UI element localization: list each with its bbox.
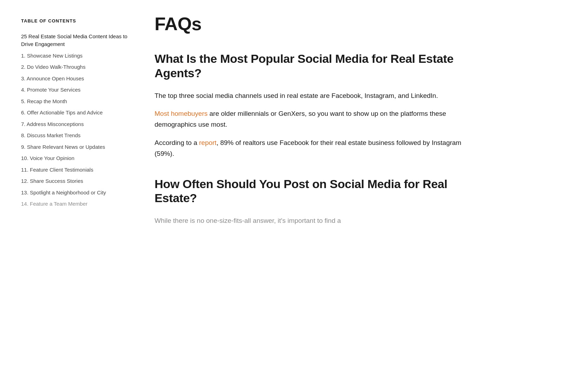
toc-heading: TABLE OF CONTENTS (21, 18, 133, 25)
toc-item-item11[interactable]: 11. Feature Client Testimonials (21, 165, 133, 175)
toc-link-intro[interactable]: 25 Real Estate Social Media Content Idea… (21, 33, 133, 48)
toc-link-item7[interactable]: 7. Address Misconceptions (21, 120, 133, 128)
toc-link-item14[interactable]: 14. Feature a Team Member (21, 200, 133, 208)
toc-link-item10[interactable]: 10. Voice Your Opinion (21, 154, 133, 162)
faq-section-1: What Is the Most Popular Social Media fo… (155, 52, 471, 159)
toc-item-item7[interactable]: 7. Address Misconceptions (21, 119, 133, 130)
faq-answer-1a: The top three social media channels used… (155, 90, 471, 101)
toc-item-item9[interactable]: 9. Share Relevant News or Updates (21, 142, 133, 153)
toc-item-item10[interactable]: 10. Voice Your Opinion (21, 153, 133, 164)
most-homebuyers-link[interactable]: Most homebuyers (155, 110, 208, 117)
faq-answer-2a: While there is no one-size-fits-all answ… (155, 215, 471, 226)
faq-section-2: How Often Should You Post on Social Medi… (155, 177, 471, 226)
main-content: FAQs What Is the Most Popular Social Med… (155, 14, 471, 378)
faq-question-1: What Is the Most Popular Social Media fo… (155, 52, 471, 80)
toc-item-item4[interactable]: 4. Promote Your Services (21, 85, 133, 95)
toc-item-item2[interactable]: 2. Do Video Walk-Throughs (21, 62, 133, 73)
table-of-contents: TABLE OF CONTENTS 25 Real Estate Social … (21, 14, 133, 378)
toc-link-item9[interactable]: 9. Share Relevant News or Updates (21, 143, 133, 151)
toc-item-intro[interactable]: 25 Real Estate Social Media Content Idea… (21, 31, 133, 50)
toc-link-item13[interactable]: 13. Spotlight a Neighborhood or City (21, 189, 133, 197)
faq-question-2: How Often Should You Post on Social Medi… (155, 177, 471, 206)
toc-link-item5[interactable]: 5. Recap the Month (21, 98, 133, 106)
faq-answer-1c: According to a report, 89% of realtors u… (155, 137, 471, 159)
toc-link-item11[interactable]: 11. Feature Client Testimonials (21, 166, 133, 174)
toc-link-item6[interactable]: 6. Offer Actionable Tips and Advice (21, 109, 133, 117)
toc-list: 25 Real Estate Social Media Content Idea… (21, 31, 133, 210)
report-link[interactable]: report (199, 139, 217, 146)
toc-link-item4[interactable]: 4. Promote Your Services (21, 86, 133, 94)
toc-link-item8[interactable]: 8. Discuss Market Trends (21, 132, 133, 140)
toc-item-item6[interactable]: 6. Offer Actionable Tips and Advice (21, 107, 133, 118)
toc-item-item5[interactable]: 5. Recap the Month (21, 96, 133, 107)
toc-link-item12[interactable]: 12. Share Success Stories (21, 177, 133, 185)
page-title: FAQs (155, 14, 471, 34)
toc-item-item12[interactable]: 12. Share Success Stories (21, 176, 133, 187)
toc-item-item3[interactable]: 3. Announce Open Houses (21, 73, 133, 84)
toc-item-item8[interactable]: 8. Discuss Market Trends (21, 130, 133, 141)
toc-link-item3[interactable]: 3. Announce Open Houses (21, 75, 133, 83)
toc-item-item14[interactable]: 14. Feature a Team Member (21, 199, 133, 210)
page-container: TABLE OF CONTENTS 25 Real Estate Social … (0, 0, 562, 392)
toc-item-item1[interactable]: 1. Showcase New Listings (21, 51, 133, 61)
toc-link-item2[interactable]: 2. Do Video Walk-Throughs (21, 63, 133, 71)
toc-link-item1[interactable]: 1. Showcase New Listings (21, 52, 133, 60)
faq-answer-1b: Most homebuyers are older millennials or… (155, 108, 471, 130)
toc-item-item13[interactable]: 13. Spotlight a Neighborhood or City (21, 187, 133, 198)
